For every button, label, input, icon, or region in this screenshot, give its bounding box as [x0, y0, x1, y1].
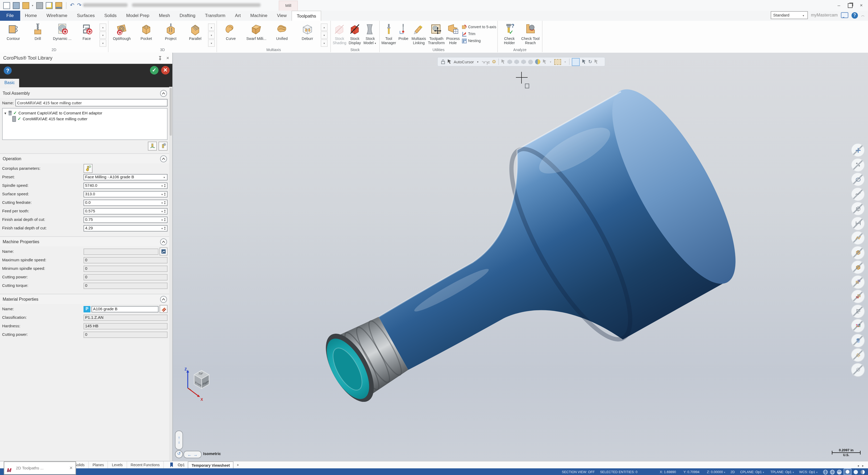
tool-assembly-header[interactable]: Tool Assembly [0, 88, 170, 98]
hide-points-icon[interactable] [851, 158, 865, 172]
pin-icon[interactable] [158, 56, 162, 60]
hide-colors-icon[interactable] [851, 319, 865, 333]
style-dropdown[interactable]: Standard▾ [771, 11, 808, 19]
view-pan-vertical[interactable]: ↑↓ [175, 431, 183, 450]
autocursor-label[interactable]: AutoCursor [454, 59, 474, 64]
panel-help-icon[interactable]: ? [4, 66, 12, 75]
hide-dimensions-icon[interactable] [851, 216, 865, 230]
collapse-section-icon[interactable] [160, 155, 167, 162]
undo-icon[interactable]: ↶ [70, 3, 74, 8]
face-mill-button[interactable]: Face [74, 22, 99, 41]
multiaxis-linking-button[interactable]: Multiaxis Linking [410, 22, 427, 45]
mymastercam-link[interactable]: myMastercam [811, 13, 838, 18]
hide-arcs-icon[interactable] [851, 173, 865, 186]
material-cutting-power-input[interactable]: 0 [84, 331, 167, 338]
tool-manager-button[interactable]: Tool Manager [381, 22, 397, 45]
tree-expand-icon[interactable]: ▼ [4, 112, 7, 115]
optirough-button[interactable]: OptiRough [110, 22, 134, 41]
scroll-left-icon[interactable]: ◂ [857, 463, 859, 467]
panel-tab-recent-functions[interactable]: Recent Functions [127, 462, 164, 469]
tool-3d-model[interactable] [173, 53, 868, 461]
collapse-section-icon[interactable] [160, 296, 167, 303]
swarf-milling-button[interactable]: Swarf Milli... [244, 22, 269, 41]
material-name-input[interactable]: A106 grade B [91, 306, 158, 312]
project-button[interactable]: Project [158, 22, 183, 41]
select-body-icon[interactable] [528, 59, 533, 64]
spinner-icon[interactable]: ▲▼ [164, 183, 166, 187]
tab-surfaces[interactable]: Surfaces [72, 11, 99, 21]
minimize-button[interactable]: – [837, 3, 840, 8]
select-face-icon[interactable] [514, 59, 519, 64]
parallel-button[interactable]: Parallel [183, 22, 208, 41]
tab-solids[interactable]: Solids [99, 11, 121, 21]
convert-to-5axis-button[interactable]: Convert to 5-axis [462, 24, 496, 30]
tree-item-adaptor[interactable]: ▼ ✓ Coromant Capto\X\AE to Coromant EH a… [4, 110, 166, 116]
window-select-arrow-icon[interactable] [542, 59, 547, 64]
shaded-edges-icon[interactable] [837, 469, 842, 474]
tab-art[interactable]: Art [230, 11, 246, 21]
curve-button[interactable]: Curve [218, 22, 244, 41]
deburr-button[interactable]: Deburr [294, 22, 320, 41]
tplane-selector[interactable]: TPLANE: Op1▾ [770, 470, 794, 474]
hide-solids-icon[interactable] [851, 260, 865, 274]
cursor-z-readout[interactable]: Z: 0.00000▾ [707, 470, 725, 474]
active-selection-mode-icon[interactable] [572, 58, 580, 66]
machine-properties-header[interactable]: Machine Properties [0, 236, 170, 246]
spinner-icon[interactable]: ▲▼ [164, 209, 166, 213]
select-arrow-icon[interactable] [501, 59, 505, 64]
hidden-line-shading-icon[interactable] [830, 469, 835, 474]
hide-axes-icon[interactable] [851, 143, 865, 157]
gallery-up-icon[interactable]: ▴ [208, 23, 215, 31]
panel-tab-planes[interactable]: Planes [89, 462, 108, 469]
hide-splines-icon[interactable] [851, 187, 865, 201]
shaded-no-edges-icon[interactable] [853, 469, 859, 474]
contour-button[interactable]: Contour [1, 22, 26, 41]
tab-home[interactable]: Home [20, 11, 41, 21]
tab-machine[interactable]: Machine [245, 11, 272, 21]
probe-button[interactable]: Probe [397, 22, 410, 45]
cutting-feedrate-input[interactable]: 0.0▾▲▼ [84, 199, 167, 206]
cancel-button[interactable]: ✕ [161, 66, 170, 75]
tab-model-prep[interactable]: Model Prep [122, 11, 154, 21]
floating-2d-toolpaths-window[interactable]: M2024 2D Toolpaths ... ✕ [4, 462, 76, 475]
machine-name-input[interactable] [84, 248, 158, 255]
tab-basic[interactable]: Basic [0, 79, 19, 87]
view-pan-horizontal[interactable]: ←→ [184, 451, 202, 458]
preset-select[interactable]: Face Milling - A106 grade B▾ [84, 174, 167, 180]
spinner-icon[interactable]: ▲▼ [164, 217, 166, 222]
spindle-speed-input[interactable]: 5740.0▾▲▼ [84, 182, 167, 189]
section-view-status[interactable]: SECTION VIEW: OFF [562, 470, 595, 474]
gallery-expand-icon[interactable]: ▾ [321, 39, 328, 47]
spinner-icon[interactable]: ▲▼ [164, 226, 166, 230]
stock-model-button[interactable]: Stock Model▾ [363, 22, 378, 45]
tab-mesh[interactable]: Mesh [154, 11, 175, 21]
check-tool-reach-button[interactable]: Check Tool Reach [520, 22, 541, 45]
mode-2d-toggle[interactable]: 2D [731, 470, 735, 474]
finish-axial-input[interactable]: 0.75▾▲▼ [84, 216, 167, 223]
spinner-icon[interactable]: ▲▼ [164, 200, 166, 205]
open-icon[interactable] [22, 2, 29, 9]
coroplus-parameters-button[interactable] [84, 164, 93, 173]
hide-wireframe-icon[interactable] [851, 202, 865, 215]
check-holder-button[interactable]: ✓? Check Holder [499, 22, 520, 45]
feed-per-tooth-input[interactable]: 0.575▾▲▼ [84, 208, 167, 214]
gallery-down-icon[interactable]: ▾ [321, 31, 328, 39]
lock-icon[interactable] [441, 59, 445, 64]
print-icon[interactable] [36, 2, 43, 9]
spinner-icon[interactable]: ▲▼ [164, 192, 166, 196]
cplane-selector[interactable]: CPLANE: Op1▾ [740, 470, 764, 474]
operation-header[interactable]: Operation [0, 153, 170, 164]
xyz-entry-icon[interactable]: ⁺x⁺y͎z [482, 60, 490, 64]
feedback-icon[interactable] [841, 12, 848, 18]
panel-close-icon[interactable]: × [166, 55, 169, 61]
view-cube[interactable]: Z X Top Front Right [182, 366, 216, 404]
window-select-box-icon[interactable] [555, 59, 561, 65]
new-file-icon[interactable] [3, 2, 10, 9]
collapse-section-icon[interactable] [160, 90, 167, 97]
open-dropdown-icon[interactable]: ▾ [32, 4, 33, 7]
stock-display-button[interactable]: Stock Display [347, 22, 362, 45]
material-library-button[interactable] [160, 305, 167, 313]
viewsheet-tab-op1[interactable]: Op1 [175, 462, 188, 469]
cutting-torque-input[interactable]: 0 [84, 283, 167, 289]
trim-button[interactable]: Trim [462, 31, 496, 37]
